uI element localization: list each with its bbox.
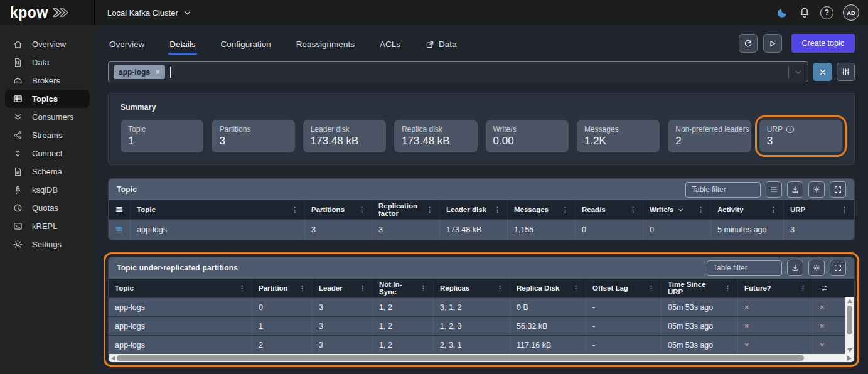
download-button[interactable] bbox=[787, 260, 803, 276]
column-header[interactable]: Leader disk⋮ bbox=[439, 200, 507, 219]
search-chip[interactable]: app-logs × bbox=[114, 65, 165, 79]
column-menu-icon[interactable]: ⋮ bbox=[697, 206, 704, 214]
theme-toggle-button[interactable] bbox=[776, 6, 789, 19]
table-filter-input[interactable] bbox=[685, 182, 761, 198]
refresh-button[interactable] bbox=[739, 34, 758, 53]
column-header[interactable]: Replicas⋮ bbox=[433, 279, 510, 297]
column-header[interactable]: Leader⋮ bbox=[312, 279, 372, 297]
tab-acls[interactable]: ACLs bbox=[378, 27, 402, 60]
column-menu-icon[interactable]: ⋮ bbox=[358, 206, 365, 214]
sidebar-item-label: Topics bbox=[32, 94, 58, 104]
sidebar-item-overview[interactable]: Overview bbox=[5, 35, 90, 53]
column-menu-icon[interactable]: ⋮ bbox=[496, 284, 503, 292]
cell-action-cross-icon[interactable]: × bbox=[813, 317, 845, 335]
column-header[interactable]: Future?⋮ bbox=[737, 279, 813, 297]
urp-row[interactable]: app-logs 2 3 1, 2 2, 3, 1 117.16 kB - 05… bbox=[109, 335, 845, 354]
scroll-down-icon[interactable] bbox=[847, 348, 852, 353]
urp-row[interactable]: app-logs 1 3 1, 2 1, 2, 3 56.32 kB - 05m… bbox=[109, 316, 845, 335]
column-menu-icon[interactable]: ⋮ bbox=[800, 284, 806, 292]
column-menu-icon[interactable]: ⋮ bbox=[572, 284, 579, 292]
column-header-actions[interactable] bbox=[813, 279, 845, 297]
cell-action-cross-icon[interactable]: × bbox=[813, 336, 845, 354]
columns-menu-button[interactable] bbox=[766, 181, 782, 198]
expand-button[interactable] bbox=[830, 260, 846, 276]
sidebar-item-data[interactable]: Data bbox=[5, 53, 90, 72]
notifications-button[interactable] bbox=[798, 6, 811, 19]
column-menu-icon[interactable]: ⋮ bbox=[359, 284, 366, 292]
chevron-down-icon[interactable] bbox=[794, 68, 803, 77]
row-menu-icon[interactable] bbox=[109, 220, 130, 240]
vertical-scroll-thumb[interactable] bbox=[847, 306, 852, 334]
column-header[interactable]: Replication factor⋮ bbox=[372, 200, 439, 219]
scroll-up-icon[interactable] bbox=[847, 299, 852, 303]
column-header[interactable]: Read/s⋮ bbox=[575, 200, 643, 219]
column-header[interactable]: Messages⋮ bbox=[507, 200, 575, 219]
topic-search-box[interactable]: app-logs × bbox=[108, 61, 808, 82]
column-header[interactable]: Topic⋮ bbox=[109, 279, 252, 297]
column-menu-icon[interactable]: ⋮ bbox=[420, 284, 427, 292]
sidebar-item-quotas[interactable]: Quotas bbox=[5, 199, 90, 217]
tab-reassignments[interactable]: Reassignments bbox=[295, 27, 356, 60]
column-header[interactable]: Activity⋮ bbox=[710, 200, 783, 219]
horizontal-scrollbar[interactable] bbox=[109, 354, 854, 362]
column-menu-icon[interactable]: ⋮ bbox=[841, 206, 848, 214]
search-input[interactable] bbox=[176, 67, 783, 77]
tab-overview[interactable]: Overview bbox=[108, 27, 146, 60]
column-menu-icon[interactable]: ⋮ bbox=[562, 206, 569, 214]
column-header[interactable]: Partitions⋮ bbox=[304, 200, 372, 219]
table-filter-input[interactable] bbox=[707, 260, 782, 276]
table-settings-button[interactable] bbox=[808, 181, 825, 198]
expand-button[interactable] bbox=[830, 181, 846, 198]
play-button[interactable] bbox=[763, 34, 782, 53]
sidebar-item-brokers[interactable]: Brokers bbox=[5, 72, 90, 90]
column-header[interactable]: URP⋮ bbox=[783, 200, 854, 219]
column-menu-icon[interactable]: ⋮ bbox=[770, 206, 777, 214]
cell-future-cross-icon: × bbox=[737, 298, 813, 316]
chip-remove-icon[interactable]: × bbox=[156, 68, 160, 76]
column-menu-icon[interactable]: ⋮ bbox=[724, 284, 731, 292]
create-topic-button[interactable]: Create topic bbox=[791, 34, 855, 53]
column-header[interactable]: Replica Disk⋮ bbox=[510, 279, 586, 297]
cluster-selector[interactable]: Local Kafka Cluster bbox=[107, 8, 191, 18]
vertical-scrollbar[interactable] bbox=[845, 297, 854, 354]
header-menu-icon[interactable] bbox=[109, 200, 130, 219]
column-header[interactable]: Partition⋮ bbox=[252, 279, 312, 297]
help-button[interactable]: ? bbox=[820, 6, 833, 19]
table-settings-button[interactable] bbox=[808, 260, 825, 276]
column-header-sorted[interactable]: Write/s⋮ bbox=[643, 200, 710, 219]
column-menu-icon[interactable]: ⋮ bbox=[299, 284, 306, 292]
column-menu-icon[interactable]: ⋮ bbox=[238, 284, 245, 292]
column-menu-icon[interactable]: ⋮ bbox=[291, 206, 298, 214]
tab-data[interactable]: Data bbox=[424, 27, 458, 60]
sidebar-item-settings[interactable]: Settings bbox=[5, 235, 90, 254]
scroll-left-icon[interactable] bbox=[111, 356, 115, 361]
search-filter-button[interactable] bbox=[837, 63, 855, 81]
tab-configuration[interactable]: Configuration bbox=[220, 27, 272, 60]
sidebar-item-ksqldb[interactable]: ksqlDB bbox=[5, 181, 90, 199]
column-menu-icon[interactable]: ⋮ bbox=[648, 284, 655, 292]
urp-row[interactable]: app-logs 0 3 1, 2 3, 1, 2 0 B - 05m 53s … bbox=[109, 297, 845, 316]
sidebar-item-consumers[interactable]: Consumers bbox=[5, 108, 90, 126]
download-button[interactable] bbox=[787, 181, 803, 198]
sidebar-item-streams[interactable]: Streams bbox=[5, 126, 90, 144]
scroll-right-icon[interactable] bbox=[847, 356, 852, 361]
column-header[interactable]: Not In-Sync⋮ bbox=[372, 279, 433, 297]
clear-search-button[interactable] bbox=[813, 63, 832, 81]
logo[interactable]: kpow bbox=[0, 0, 95, 25]
cell-action-cross-icon[interactable]: × bbox=[813, 298, 845, 316]
info-icon[interactable]: i bbox=[786, 126, 794, 133]
topic-table-row[interactable]: app-logs 3 3 173.48 kB 1,155 0 0 5 minut… bbox=[109, 219, 854, 240]
column-menu-icon[interactable]: ⋮ bbox=[426, 206, 433, 214]
column-header[interactable]: Offset Lag⋮ bbox=[586, 279, 661, 297]
sidebar-item-connect[interactable]: Connect bbox=[5, 144, 90, 163]
sidebar-item-schema[interactable]: Schema bbox=[5, 163, 90, 181]
sidebar-item-krepl[interactable]: kREPL bbox=[5, 217, 90, 235]
avatar[interactable]: AD bbox=[843, 4, 859, 21]
column-menu-icon[interactable]: ⋮ bbox=[630, 206, 636, 214]
tab-details[interactable]: Details bbox=[168, 27, 196, 60]
horizontal-scroll-thumb[interactable] bbox=[117, 355, 804, 361]
column-menu-icon[interactable]: ⋮ bbox=[494, 206, 501, 214]
column-header[interactable]: Time Since URP⋮ bbox=[661, 279, 737, 297]
sidebar-item-topics[interactable]: Topics bbox=[5, 90, 90, 108]
column-header[interactable]: Topic⋮ bbox=[130, 200, 304, 219]
